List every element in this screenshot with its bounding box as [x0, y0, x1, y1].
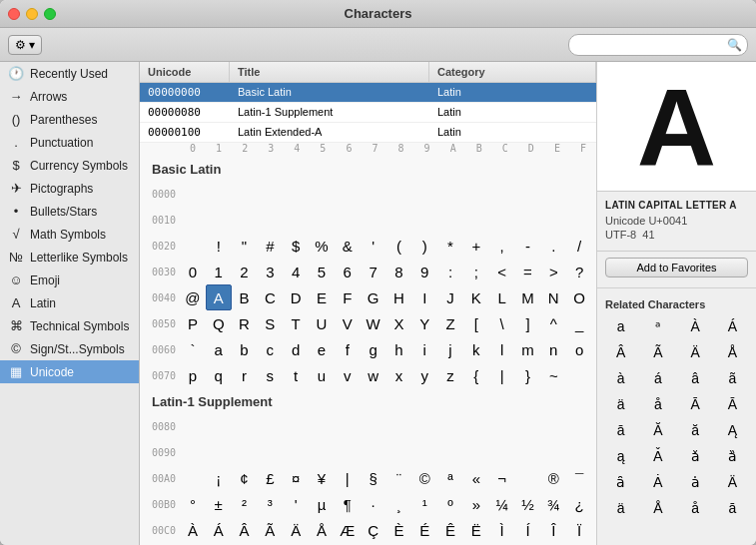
related-char[interactable]: ᵃ — [640, 314, 675, 338]
char-cell[interactable]: M — [515, 284, 541, 310]
char-cell[interactable] — [361, 181, 386, 207]
char-cell[interactable]: ¡ — [206, 465, 232, 491]
char-cell[interactable]: B — [232, 284, 258, 310]
char-cell[interactable]: ¸ — [386, 491, 412, 517]
add-favorites-button[interactable]: Add to Favorites — [605, 258, 748, 277]
char-cell[interactable]: ) — [411, 233, 437, 259]
char-cell[interactable]: < — [489, 259, 515, 284]
char-cell[interactable] — [309, 439, 335, 465]
char-cell[interactable]: ( — [386, 233, 412, 259]
char-cell[interactable] — [515, 181, 541, 207]
char-cell[interactable]: Ì — [489, 517, 515, 543]
char-cell[interactable] — [437, 439, 463, 465]
char-cell[interactable]: g — [361, 336, 386, 362]
char-cell[interactable]: 4 — [283, 259, 309, 284]
char-cell[interactable] — [232, 439, 258, 465]
char-cell[interactable] — [283, 439, 309, 465]
related-char[interactable]: Å — [640, 496, 675, 520]
close-button[interactable] — [8, 8, 20, 20]
char-cell[interactable]: ­ — [515, 465, 541, 491]
char-cell[interactable]: Y — [411, 310, 437, 336]
char-cell[interactable]: u — [309, 362, 335, 388]
related-char[interactable]: à — [603, 366, 638, 390]
sidebar-item-punctuation[interactable]: .Punctuation — [0, 131, 139, 154]
sidebar-item-unicode[interactable]: ▦Unicode — [0, 360, 139, 383]
char-cell[interactable] — [180, 413, 206, 439]
char-cell[interactable]: Z — [437, 310, 463, 336]
char-cell[interactable]: ¤ — [283, 465, 309, 491]
related-char[interactable]: À — [678, 314, 713, 338]
char-cell[interactable]: Ê — [437, 517, 463, 543]
char-cell[interactable] — [515, 207, 541, 233]
char-cell[interactable]: U — [309, 310, 335, 336]
char-cell[interactable]: Q — [206, 310, 232, 336]
char-cell[interactable]: Â — [232, 517, 258, 543]
char-cell[interactable]: N — [540, 284, 566, 310]
table-row[interactable]: 00000100Latin Extended-ALatin — [140, 123, 596, 143]
related-char[interactable]: Ă — [640, 418, 675, 442]
char-cell[interactable]: " — [232, 233, 258, 259]
char-cell[interactable] — [437, 181, 463, 207]
char-cell[interactable]: X — [386, 310, 412, 336]
char-cell[interactable]: ' — [283, 491, 309, 517]
char-cell[interactable] — [386, 439, 412, 465]
char-cell[interactable] — [463, 207, 489, 233]
char-cell[interactable]: x — [386, 362, 412, 388]
char-cell[interactable]: R — [232, 310, 258, 336]
char-cell[interactable]: V — [335, 310, 361, 336]
char-cell[interactable]: ` — [180, 336, 206, 362]
char-cell[interactable]: § — [361, 465, 386, 491]
char-cell[interactable]: k — [463, 336, 489, 362]
char-cell[interactable]: H — [386, 284, 412, 310]
char-cell[interactable]: { — [463, 362, 489, 388]
char-cell[interactable] — [540, 413, 566, 439]
char-cell[interactable] — [335, 439, 361, 465]
char-cell[interactable]: Ä — [283, 517, 309, 543]
char-cell[interactable]: Ã — [257, 517, 283, 543]
related-char[interactable]: Å — [715, 340, 750, 364]
char-cell[interactable] — [335, 207, 361, 233]
sidebar-item-bullets[interactable]: •Bullets/Stars — [0, 200, 139, 223]
char-cell[interactable]: ¨ — [386, 465, 412, 491]
char-cell[interactable]: W — [361, 310, 386, 336]
char-cell[interactable] — [257, 181, 283, 207]
char-cell[interactable]: ³ — [257, 491, 283, 517]
char-cell[interactable]: s — [257, 362, 283, 388]
related-char[interactable]: Ā — [715, 392, 750, 416]
char-cell[interactable] — [257, 439, 283, 465]
char-cell[interactable]: Î — [540, 517, 566, 543]
sidebar-item-sign[interactable]: ©Sign/St...Symbols — [0, 337, 139, 360]
char-cell[interactable]: v — [335, 362, 361, 388]
char-cell[interactable]: P — [180, 310, 206, 336]
related-char[interactable]: Ȧ — [640, 470, 675, 494]
char-cell[interactable]: µ — [309, 491, 335, 517]
char-cell[interactable]: c — [257, 336, 283, 362]
char-cell[interactable]: @ — [180, 284, 206, 310]
related-char[interactable]: â — [678, 366, 713, 390]
related-char[interactable]: ȃ — [603, 470, 638, 494]
char-cell[interactable]: : — [437, 259, 463, 284]
char-cell[interactable] — [232, 413, 258, 439]
char-cell[interactable] — [411, 181, 437, 207]
char-cell[interactable] — [180, 181, 206, 207]
maximize-button[interactable] — [44, 8, 56, 20]
char-cell[interactable]: ? — [566, 259, 592, 284]
char-cell[interactable]: | — [335, 465, 361, 491]
related-char[interactable]: Á — [715, 314, 750, 338]
char-cell[interactable] — [257, 207, 283, 233]
char-cell[interactable]: É — [411, 517, 437, 543]
char-cell[interactable]: K — [463, 284, 489, 310]
char-cell[interactable]: . — [540, 233, 566, 259]
char-cell[interactable]: E — [309, 284, 335, 310]
char-cell[interactable]: ¢ — [232, 465, 258, 491]
char-cell[interactable]: 8 — [386, 259, 412, 284]
sidebar-item-math[interactable]: √Math Symbols — [0, 223, 139, 246]
char-cell[interactable]: 0 — [180, 259, 206, 284]
char-cell[interactable] — [232, 207, 258, 233]
char-cell[interactable]: Í — [515, 517, 541, 543]
char-cell[interactable]: » — [463, 491, 489, 517]
sidebar-item-parentheses[interactable]: ()Parentheses — [0, 108, 139, 131]
char-cell[interactable]: Å — [309, 517, 335, 543]
related-char[interactable]: a — [603, 314, 638, 338]
char-cell[interactable] — [206, 207, 232, 233]
